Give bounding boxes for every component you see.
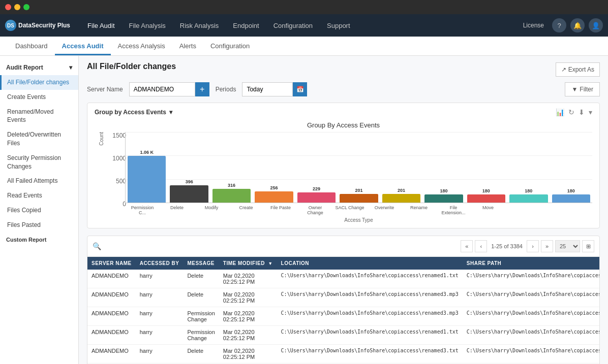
bar-rect-7[interactable] [424, 194, 463, 203]
table-row[interactable]: ADMANDEMOharryDeleteMar 02,2020 02:25:12… [87, 288, 599, 307]
bell-icon[interactable]: 🔔 [570, 18, 585, 32]
table-cell: ADMANDEMO [87, 307, 136, 326]
calendar-button[interactable]: 📅 [293, 82, 307, 96]
chart-section: Group by Access Events ▾ 📊 ↻ ⬇ ▾ Group B… [87, 103, 600, 228]
bar-rect-3[interactable] [255, 191, 293, 203]
bar-group-7: 180 [424, 132, 463, 203]
table-row[interactable]: ADMANDEMOharryPermission ChangeMar 02,20… [87, 326, 599, 345]
minimize-button[interactable] [14, 4, 20, 10]
chart-header: Group by Access Events ▾ 📊 ↻ ⬇ ▾ [95, 108, 592, 116]
sidebar-item-failed[interactable]: All Failed Attempts [0, 174, 78, 188]
filter-button[interactable]: ▼ Filter [565, 82, 600, 96]
bar-group-1: 396 [170, 132, 208, 203]
nav-file-audit[interactable]: File Audit [80, 14, 121, 37]
tab-dashboard[interactable]: Dashboard [8, 38, 55, 55]
y-tick-1500: 1500 [112, 132, 126, 139]
table-row[interactable]: ADMANDEMOharryDeleteMar 02,2020 02:25:12… [87, 270, 599, 288]
table-cell: C:\Users\harry\Downloads\InfoShare\copia… [277, 270, 463, 288]
bar-rect-8[interactable] [467, 194, 505, 203]
title-bar [0, 0, 608, 14]
next-page-button[interactable]: › [527, 240, 539, 252]
bar-rect-5[interactable] [340, 194, 378, 203]
col-share-path: SHARE PATH [463, 257, 599, 270]
user-icon[interactable]: 👤 [589, 18, 603, 32]
table-cell: Mar 02,2020 02:25:12 PM [219, 288, 277, 307]
first-page-button[interactable]: « [461, 240, 473, 252]
search-icon[interactable]: 🔍 [93, 242, 101, 250]
chart-download-icon[interactable]: ⬇ [579, 108, 585, 116]
bar-rect-10[interactable] [552, 194, 590, 203]
nav-configuration[interactable]: Configuration [266, 14, 320, 37]
bar-label-10: Move [473, 205, 503, 215]
tab-access-analysis[interactable]: Access Analysis [111, 38, 172, 55]
sidebar-item-create-events[interactable]: Create Events [0, 90, 78, 105]
bar-rect-0[interactable] [128, 156, 166, 203]
chart-group-by[interactable]: Group by Access Events ▾ [95, 109, 172, 116]
chart-expand-icon[interactable]: ▾ [589, 108, 592, 116]
bar-label-1: Delete [162, 205, 192, 215]
brand-icon: DS [5, 20, 16, 31]
sidebar-item-deleted[interactable]: Deleted/Overwritten Files [0, 127, 78, 151]
add-server-button[interactable]: + [195, 82, 209, 96]
bar-value-0: 1.06 K [140, 150, 154, 155]
sidebar-item-all-files[interactable]: All File/Folder changes [0, 75, 78, 90]
sidebar-item-renamed[interactable]: Renamed/Moved Events [0, 105, 78, 128]
period-input[interactable] [242, 82, 293, 96]
y-tick-1000: 1000 [112, 155, 126, 162]
per-page-select[interactable]: 25 50 100 [555, 240, 580, 252]
bar-label-3: Create [231, 205, 261, 215]
table-cell: C:\Users\harry\Downloads\InfoShare\copia… [277, 288, 463, 307]
sidebar-item-read[interactable]: Read Events [0, 188, 78, 203]
help-icon[interactable]: ? [552, 18, 566, 32]
table-cell: harry [136, 270, 184, 288]
table-cell: Permission Change [183, 326, 219, 345]
audit-report-section[interactable]: Audit Report ▾ [0, 60, 78, 75]
bar-value-7: 180 [440, 188, 447, 193]
custom-report-section[interactable]: Custom Report [0, 233, 78, 245]
bar-rect-4[interactable] [297, 192, 336, 203]
bar-rect-2[interactable] [212, 189, 251, 203]
table-cell: harry [136, 288, 184, 307]
sidebar-item-pasted[interactable]: Files Pasted [0, 218, 78, 233]
table-row[interactable]: ADMANDEMOharryPermission ChangeMar 02,20… [87, 307, 599, 326]
bar-rect-1[interactable] [170, 185, 208, 203]
close-button[interactable] [5, 4, 11, 10]
bars-area: 1.06 K396316256229201201180180180180 [125, 132, 592, 203]
tab-configuration[interactable]: Configuration [203, 38, 257, 55]
bar-rect-9[interactable] [509, 194, 548, 203]
col-message: MESSAGE [183, 257, 219, 270]
tab-alerts[interactable]: Alerts [172, 38, 203, 55]
chart-refresh-icon[interactable]: ↻ [568, 108, 574, 116]
bar-label-0: Permission C... [127, 205, 158, 215]
tab-access-audit[interactable]: Access Audit [55, 38, 111, 55]
col-accessed-by: ACCESSED BY [136, 257, 184, 270]
table-row[interactable]: ADMANDEMOharryDeleteMar 02,2020 02:25:12… [87, 345, 599, 363]
license-btn[interactable]: License [519, 20, 548, 31]
bar-value-8: 180 [482, 188, 490, 193]
column-config-button[interactable]: ⊞ [582, 240, 594, 252]
table-cell: ADMANDEMO [87, 270, 136, 288]
bar-group-4: 229 [297, 132, 336, 203]
bar-value-1: 396 [186, 179, 193, 184]
sidebar-item-copied[interactable]: Files Copied [0, 203, 78, 218]
last-page-button[interactable]: » [541, 240, 553, 252]
nav-endpoint[interactable]: Endpoint [226, 14, 266, 37]
controls-row: Server Name + Periods 📅 ▼ Filter [87, 82, 600, 96]
server-input[interactable] [129, 82, 195, 96]
bar-label-8: Rename [404, 205, 434, 215]
sidebar-item-security[interactable]: Security Permission Changes [0, 151, 78, 174]
top-nav: DS DataSecurity Plus File Audit File Ana… [0, 14, 608, 37]
col-server: SERVER NAME [87, 257, 136, 270]
nav-file-analysis[interactable]: File Analysis [122, 14, 173, 37]
bar-rect-6[interactable] [382, 194, 420, 203]
col-time-modified[interactable]: TIME MODIFIED ▼ [219, 257, 277, 270]
nav-risk-analysis[interactable]: Risk Analysis [173, 14, 226, 37]
chart-bar-icon[interactable]: 📊 [556, 108, 564, 116]
prev-page-button[interactable]: ‹ [475, 240, 487, 252]
maximize-button[interactable] [23, 4, 29, 10]
chevron-down-icon: ▾ [69, 64, 72, 71]
nav-support[interactable]: Support [320, 14, 357, 37]
brand-logo[interactable]: DS DataSecurity Plus [5, 20, 70, 31]
nav-right: License ? 🔔 👤 [519, 18, 603, 32]
export-button[interactable]: ↗ Export As [556, 62, 600, 77]
